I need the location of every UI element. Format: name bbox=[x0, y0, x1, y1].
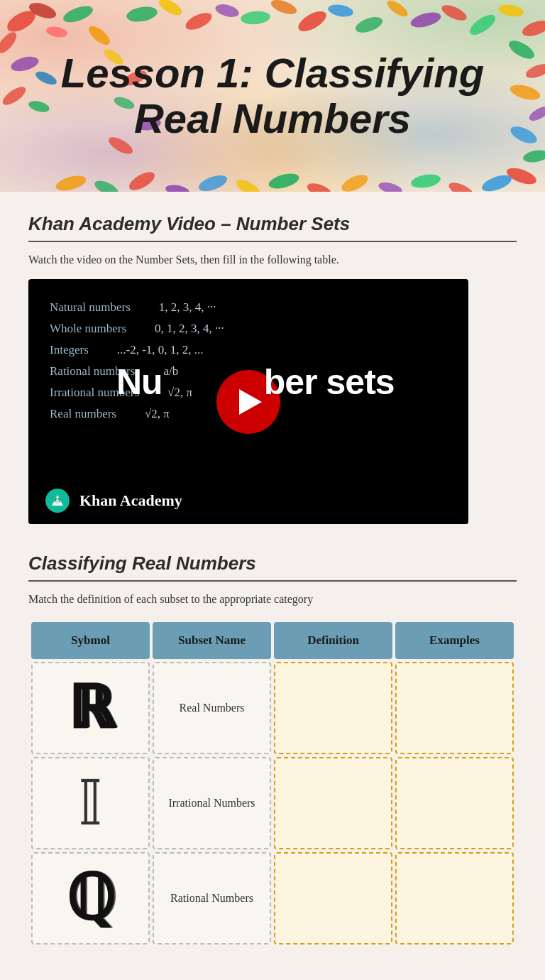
svg-point-12 bbox=[183, 9, 214, 33]
svg-point-19 bbox=[385, 0, 410, 19]
svg-point-21 bbox=[439, 2, 468, 24]
video-value-6: √2, π bbox=[145, 407, 170, 421]
section1-title: Khan Academy Video – Number Sets bbox=[28, 213, 517, 235]
section1-description: Watch the video on the Number Sets, then… bbox=[28, 252, 517, 268]
section2-description: Match the definition of each subset to t… bbox=[28, 592, 517, 607]
symbol-Q: ℚ bbox=[66, 861, 115, 935]
video-value-4: a/b bbox=[163, 364, 178, 379]
video-value-1: 1, 2, 3, 4, ··· bbox=[159, 300, 216, 315]
svg-point-33 bbox=[92, 178, 120, 192]
video-value-5: √2, π bbox=[167, 386, 192, 400]
page-header: Lesson 1: Classifying Real Numbers bbox=[0, 0, 545, 192]
svg-point-36 bbox=[197, 172, 229, 192]
th-symbol: Sybmol bbox=[31, 622, 150, 659]
svg-point-22 bbox=[467, 11, 499, 39]
svg-point-13 bbox=[214, 2, 241, 19]
khan-logo-icon bbox=[50, 493, 65, 508]
svg-point-37 bbox=[234, 177, 263, 192]
svg-point-20 bbox=[409, 10, 442, 31]
overlay-label: ber sets bbox=[264, 362, 395, 402]
video-value-2: 0, 1, 2, 3, 4, ··· bbox=[155, 322, 224, 336]
svg-point-42 bbox=[410, 172, 441, 190]
video-overlay-text: ber sets bbox=[264, 361, 395, 403]
definition-cell-irrational[interactable] bbox=[274, 757, 392, 849]
video-line-2: Whole numbers 0, 1, 2, 3, 4, ··· bbox=[50, 322, 447, 336]
definition-cell-real[interactable] bbox=[274, 662, 392, 754]
video-line-3: Integers ...-2, -1, 0, 1, 2, ... bbox=[50, 343, 447, 357]
section1-divider bbox=[28, 241, 517, 242]
svg-point-16 bbox=[295, 7, 329, 35]
video-value-3: ...-2, -1, 0, 1, 2, ... bbox=[117, 343, 204, 357]
svg-point-31 bbox=[505, 165, 539, 187]
main-content: Khan Academy Video – Number Sets Watch t… bbox=[0, 192, 545, 980]
svg-point-38 bbox=[267, 171, 300, 192]
video-line-1: Natural numbers 1, 2, 3, 4, ··· bbox=[50, 300, 447, 315]
subset-name-rational: Rational Numbers bbox=[153, 852, 271, 944]
th-subset-name: Subset Name bbox=[153, 622, 271, 659]
khan-academy-label: Khan Academy bbox=[79, 491, 182, 510]
video-bottom-bar: Khan Academy bbox=[28, 477, 468, 524]
svg-point-11 bbox=[156, 0, 184, 18]
table-row: 𝕀 Irrational Numbers bbox=[31, 757, 514, 849]
symbol-I: 𝕀 bbox=[78, 766, 103, 839]
symbol-cell-rational: ℚ bbox=[31, 852, 150, 944]
subset-name-real: Real Numbers bbox=[153, 662, 271, 754]
video-label-6: Real numbers bbox=[50, 407, 116, 421]
video-label-3: Integers bbox=[50, 343, 89, 357]
symbol-cell-irrational: 𝕀 bbox=[31, 757, 150, 849]
table-row: ℝ Real Numbers bbox=[31, 662, 514, 754]
svg-point-41 bbox=[378, 180, 403, 192]
classify-table: Sybmol Subset Name Definition Examples ℝ… bbox=[28, 619, 517, 947]
svg-point-43 bbox=[446, 180, 475, 192]
svg-point-32 bbox=[54, 173, 87, 192]
examples-cell-rational[interactable] bbox=[395, 852, 514, 944]
svg-point-14 bbox=[240, 10, 270, 26]
symbol-cell-real: ℝ bbox=[31, 662, 150, 754]
svg-point-17 bbox=[327, 3, 354, 18]
th-definition: Definition bbox=[274, 622, 392, 659]
svg-point-23 bbox=[497, 3, 524, 18]
svg-point-10 bbox=[126, 4, 159, 23]
subset-name-irrational: Irrational Numbers bbox=[153, 757, 271, 849]
section2-title: Classifying Real Numbers bbox=[28, 552, 517, 575]
svg-point-40 bbox=[339, 171, 370, 192]
svg-point-34 bbox=[126, 168, 158, 192]
video-label-1: Natural numbers bbox=[50, 300, 131, 315]
play-triangle-icon bbox=[239, 389, 262, 415]
symbol-R: ℝ bbox=[69, 675, 112, 741]
khan-logo bbox=[45, 489, 70, 513]
table-row: ℚ Rational Numbers bbox=[31, 852, 514, 944]
svg-point-39 bbox=[305, 180, 333, 192]
examples-cell-real[interactable] bbox=[395, 662, 514, 754]
video-label-2: Whole numbers bbox=[50, 322, 126, 336]
video-overlay-num: Nu bbox=[116, 361, 163, 403]
examples-cell-irrational[interactable] bbox=[395, 757, 514, 849]
th-examples: Examples bbox=[395, 622, 514, 659]
svg-point-15 bbox=[269, 0, 298, 17]
video-container[interactable]: Natural numbers 1, 2, 3, 4, ··· Whole nu… bbox=[28, 279, 468, 524]
page-title: Lesson 1: Classifying Real Numbers bbox=[0, 36, 545, 156]
svg-point-18 bbox=[353, 14, 385, 36]
definition-cell-rational[interactable] bbox=[274, 852, 392, 944]
svg-point-35 bbox=[165, 183, 190, 192]
section2-divider bbox=[28, 580, 517, 582]
table-section: Classifying Real Numbers Match the defin… bbox=[28, 552, 517, 947]
svg-point-4 bbox=[61, 3, 95, 26]
table-header-row: Sybmol Subset Name Definition Examples bbox=[31, 622, 514, 659]
overlay-num-label: Nu bbox=[116, 362, 163, 402]
